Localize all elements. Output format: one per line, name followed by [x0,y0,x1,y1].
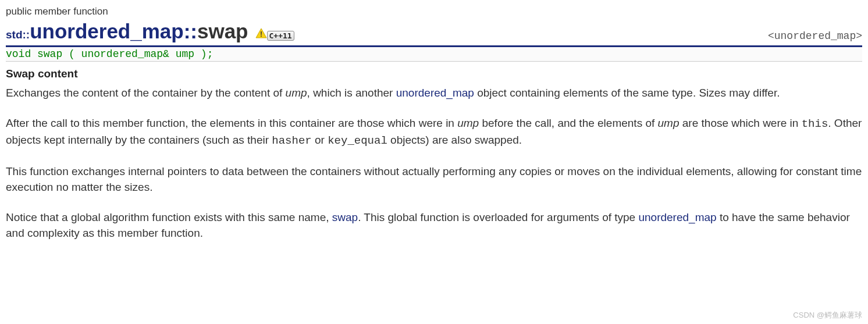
unordered-map-link[interactable]: unordered_map [396,87,474,99]
namespace-link[interactable]: std:: [6,29,30,41]
header-include: <unordered_map> [768,30,862,44]
code-hasher: hasher [272,134,311,147]
code-key-equal: key_equal [328,134,387,147]
paragraph-1: Exchanges the content of the container b… [6,85,862,101]
code-this: this [802,118,828,130]
param-ump: ump [286,87,307,99]
text: object containing elements of the same t… [474,87,780,99]
text: , which is another [307,87,396,99]
text: This function exchanges internal pointer… [6,165,862,194]
svg-text:!: ! [260,30,262,38]
text: Exchanges the content of the container b… [6,87,286,99]
text: . This global function is overloaded for… [358,211,638,223]
text: objects) are also swapped. [387,134,522,146]
swap-link[interactable]: swap [332,211,358,223]
text: before the call, and the elements of [479,117,657,129]
paragraph-2: After the call to this member function, … [6,115,862,149]
page-title: std::unordered_map::swap ! C++11 [6,20,294,44]
text: are those which were in [680,117,802,129]
param-ump: ump [658,117,680,129]
paragraph-3: This function exchanges internal pointer… [6,163,862,195]
title-separator: :: [184,20,197,43]
page-header-row: std::unordered_map::swap ! C++11 <unorde… [6,20,862,47]
class-link[interactable]: unordered_map [30,20,184,43]
unordered-map-link[interactable]: unordered_map [638,211,716,223]
text: After the call to this member function, … [6,117,457,129]
section-heading: Swap content [6,67,862,80]
param-ump: ump [457,117,479,129]
text: or [312,134,328,146]
warning-icon: ! [255,28,267,40]
cpp11-badge: C++11 [267,31,294,41]
member-name: swap [197,20,248,43]
paragraph-4: Notice that a global algorithm function … [6,209,862,241]
text: Notice that a global algorithm function … [6,211,332,223]
category-label: public member function [6,6,862,17]
function-signature: void swap ( unordered_map& ump ); [6,47,862,62]
